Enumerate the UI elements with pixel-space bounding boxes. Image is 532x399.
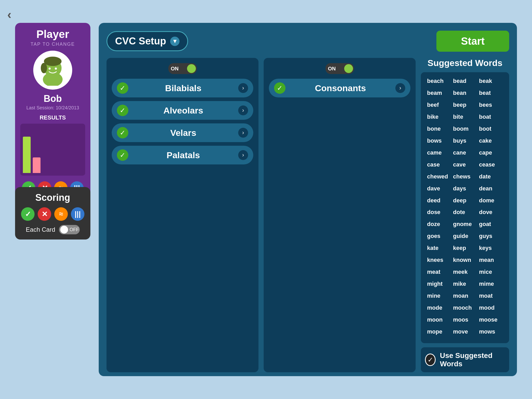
consonants-label: Consonants [290,83,391,93]
column1-toggle[interactable]: ON [168,63,197,74]
alveolars-arrow-icon: › [238,105,248,115]
word-item: deed [426,196,452,208]
word-item: keep [452,243,478,255]
suggested-words-panel: Suggested Words beachbeadbeakbeambeanbea… [421,58,509,372]
word-item: beak [478,76,504,88]
svg-point-3 [41,63,47,73]
toggle-ball [187,64,196,73]
svg-point-5 [55,68,57,70]
word-item: days [452,184,478,196]
word-item: cane [452,148,478,160]
word-item: keys [478,243,504,255]
palatals-arrow-icon: › [238,150,248,160]
word-item: guys [478,231,504,243]
velars-check-icon: ✓ [117,127,128,138]
word-item: beam [426,88,452,100]
palatals-item[interactable]: ✓ Palatals › [112,146,253,164]
results-label: RESULTS [39,114,66,121]
alveolars-item[interactable]: ✓ Alveolars › [112,101,253,120]
toggle-off-text: OFF [70,227,79,232]
svg-point-2 [44,57,62,66]
avatar[interactable] [33,51,72,90]
word-item: doze [426,220,452,231]
word-item: beach [426,76,452,88]
word-item: move [452,327,478,339]
word-item: mike [452,279,478,291]
word-item: came [426,148,452,160]
word-item: chewed [426,172,452,184]
word-item: known [452,255,478,267]
bilabials-item[interactable]: ✓ Bilabials › [112,79,253,97]
word-item: mice [478,267,504,279]
word-item: might [426,279,452,291]
word-item: boat [478,112,504,124]
word-item: mean [478,255,504,267]
word-item: bows [426,136,452,148]
word-item: deep [452,196,478,208]
last-session: Last Session: 10/24/2013 [26,105,79,111]
tap-to-change-label[interactable]: TAP TO CHANGE [31,42,75,47]
word-item: dave [426,184,452,196]
word-item: mooch [452,303,478,315]
toggle-ball2 [344,64,353,73]
each-card-toggle[interactable]: OFF [59,225,80,234]
alveolars-check-icon: ✓ [117,105,128,116]
word-item: cape [478,148,504,160]
use-suggested-row[interactable]: ✓ Use Suggested Words [421,347,509,372]
start-button[interactable]: Start [436,31,509,52]
word-item: mode [426,303,452,315]
toggle-on-label: ON [171,66,179,72]
word-item: dome [478,196,504,208]
consonants-item[interactable]: ✓ Consonants › [269,79,410,97]
column1-panel: ON ✓ Bilabials › ✓ Alveolars › ✓ Velars [107,58,258,372]
player-panel: Player TAP TO CHANGE Bob Last Session: 1… [15,23,90,200]
bilabials-arrow-icon: › [238,83,248,93]
word-item: dove [478,208,504,220]
cvc-setup-dropdown[interactable]: CVC Setup ▼ [107,31,188,51]
velars-label: Velars [132,128,234,138]
scoring-panel: Scoring ✓ ✕ ≈ ||| Each Card OFF [15,187,90,240]
words-grid: beachbeadbeakbeambeanbeatbeefbeepbeesbik… [421,72,509,343]
word-item: mood [478,303,504,315]
word-item: chews [452,172,478,184]
word-item: date [478,172,504,184]
word-item: mope [426,327,452,339]
word-item: cease [478,160,504,172]
word-item: moat [478,291,504,303]
suggested-words-title: Suggested Words [421,58,509,68]
cvc-dropdown-label: CVC Setup [115,36,166,47]
each-card-label: Each Card [26,226,55,233]
word-item: guide [452,231,478,243]
scoring-prompted-icon: ||| [71,207,84,221]
velars-item[interactable]: ✓ Velars › [112,123,253,142]
word-item: moose [478,315,504,327]
player-title: Player [36,28,69,41]
main-header: CVC Setup ▼ Start [107,31,509,52]
chevron-down-icon: ▼ [170,37,179,46]
use-suggested-check-icon: ✓ [425,354,436,366]
main-content-area: ON ✓ Bilabials › ✓ Alveolars › ✓ Velars [107,58,509,372]
scoring-approximate-icon: ≈ [54,207,68,221]
column2-toggle[interactable]: ON [325,63,354,74]
word-item: bees [478,100,504,112]
column2-panel: ON ✓ Consonants › [264,58,416,372]
word-item: mows [478,327,504,339]
column1-toggle-row: ON [112,63,253,74]
word-item: boot [478,124,504,136]
consonants-check-icon: ✓ [274,82,285,94]
word-item: moon [426,315,452,327]
scoring-title: Scoring [35,192,70,203]
word-item: case [426,160,452,172]
word-item: beep [452,100,478,112]
word-item: bite [452,112,478,124]
word-item: cave [452,160,478,172]
bar-incorrect [33,157,41,173]
filter-columns: ON ✓ Bilabials › ✓ Alveolars › ✓ Velars [107,58,416,372]
word-item: mime [478,279,504,291]
svg-point-4 [49,68,51,70]
word-item: buys [452,136,478,148]
word-item: cake [478,136,504,148]
back-button[interactable]: ‹ [7,7,11,22]
word-item: mine [426,291,452,303]
word-item: beef [426,100,452,112]
